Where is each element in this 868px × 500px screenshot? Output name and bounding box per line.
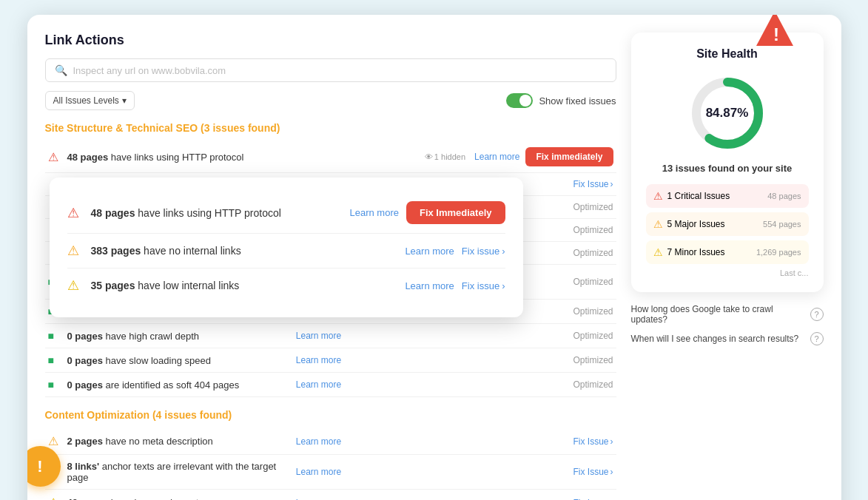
fix-issue-wc[interactable]: Fix Issue › bbox=[573, 498, 613, 501]
learn-more-soft404[interactable]: Learn more bbox=[296, 379, 341, 390]
svg-text:!: ! bbox=[773, 24, 779, 44]
optimized-soft404: Optimized bbox=[573, 379, 613, 390]
major-icon: ⚠ bbox=[653, 218, 663, 230]
issue-text-anchor: 8 links' anchor texts are irrelevant wit… bbox=[67, 461, 287, 483]
tooltip-learn-more-2[interactable]: Learn more bbox=[405, 246, 454, 257]
faq-section: How long does Google take to crawl updat… bbox=[631, 304, 824, 345]
tooltip-fix-issue-2[interactable]: Fix issue › bbox=[462, 246, 505, 257]
donut-wrapper: 84.87% bbox=[687, 72, 768, 154]
tooltip-fix-issue-3[interactable]: Fix issue › bbox=[462, 280, 505, 291]
chevron-icon-meta: › bbox=[610, 436, 613, 447]
tooltip-row-2: ⚠ 383 pages have no internal links Learn… bbox=[67, 234, 505, 268]
filter-label: All Issues Levels bbox=[53, 95, 119, 106]
optimized-orphan: Optimized bbox=[573, 306, 613, 317]
optimized-status-4: Optimized bbox=[573, 225, 613, 235]
tooltip-text-2: 383 pages have no internal links bbox=[91, 245, 395, 257]
issue-row-soft404: ■ 0 pages are identified as soft 404 pag… bbox=[45, 373, 616, 397]
optimized-status-5: Optimized bbox=[573, 248, 613, 258]
issue-row-wordcount: ⚠ 49 pages have low word count Learn mor… bbox=[45, 490, 616, 500]
content-optimization-header: Content Optimization (4 issues found) bbox=[45, 409, 616, 421]
tooltip-fix-immediately-button[interactable]: Fix Immediately bbox=[406, 201, 505, 224]
faq-item-2[interactable]: When will I see changes in search result… bbox=[631, 332, 824, 345]
toggle-group: Show fixed issues bbox=[506, 93, 616, 108]
minor-icon: ⚠ bbox=[653, 246, 663, 258]
learn-more-wc[interactable]: Learn more bbox=[296, 498, 341, 501]
tooltip-alert-red-1: ⚠ bbox=[67, 205, 84, 221]
major-issues-row: ⚠ 5 Major Issues 554 pages bbox=[646, 212, 809, 236]
alert-yellow-icon-wc: ⚠ bbox=[48, 496, 61, 500]
minor-label: ⚠ 7 Minor Issues bbox=[653, 246, 725, 258]
faq-question-2: When will I see changes in search result… bbox=[631, 334, 799, 344]
issue-text-meta: 2 pages have no meta description bbox=[67, 436, 287, 447]
tooltip-alert-yellow-3: ⚠ bbox=[67, 277, 84, 294]
issue-text-slow: 0 pages have slow loading speed bbox=[67, 355, 287, 366]
optimized-robots: Optimized bbox=[573, 277, 613, 287]
issue-row-http: ⚠ 48 pages have links using HTTP protoco… bbox=[45, 141, 616, 173]
faq-help-icon-1: ? bbox=[810, 308, 824, 321]
chevron-right-icon: › bbox=[610, 179, 613, 189]
chevron-icon-anchor: › bbox=[610, 467, 613, 477]
learn-more-http[interactable]: Learn more bbox=[474, 152, 519, 162]
faq-item-1[interactable]: How long does Google take to crawl updat… bbox=[631, 304, 824, 325]
search-placeholder: Inspect any url on www.bobvila.com bbox=[73, 65, 226, 76]
alert-red-icon: ⚠ bbox=[48, 150, 61, 164]
alert-orange-icon-meta: ⚠ bbox=[48, 434, 61, 448]
issues-filter-dropdown[interactable]: All Issues Levels ▾ bbox=[45, 91, 135, 110]
issue-text-soft404: 0 pages are identified as soft 404 pages bbox=[67, 379, 287, 391]
site-health-card: Site Health 84.87% 13 issues found on yo… bbox=[631, 33, 824, 292]
page-title: Link Actions bbox=[45, 33, 616, 48]
critical-count: 48 pages bbox=[767, 192, 801, 200]
chevron-right-tooltip-3: › bbox=[502, 280, 505, 291]
major-label: ⚠ 5 Major Issues bbox=[653, 218, 725, 230]
issue-text-wordcount: 49 pages have low word count bbox=[67, 497, 287, 500]
minor-issues-row: ⚠ 7 Minor Issues 1,269 pages bbox=[646, 240, 809, 264]
top-alert-icon: ! bbox=[753, 15, 797, 52]
check-green-icon-slow: ■ bbox=[48, 354, 61, 366]
check-green-icon-crawl: ■ bbox=[48, 330, 61, 342]
tooltip-row-3: ⚠ 35 pages have low internal links Learn… bbox=[67, 268, 505, 303]
issues-summary: 13 issues found on your site bbox=[646, 163, 809, 174]
check-green-icon-soft404: ■ bbox=[48, 379, 61, 391]
tooltip-card: ⚠ 48 pages have links using HTTP protoco… bbox=[50, 178, 523, 317]
tooltip-text-1: 48 pages have links using HTTP protocol bbox=[91, 207, 340, 219]
fix-issue-meta[interactable]: Fix Issue › bbox=[573, 436, 613, 447]
fix-issue-anchor[interactable]: Fix Issue › bbox=[573, 467, 613, 477]
chevron-down-icon: ▾ bbox=[122, 95, 127, 106]
faq-question-1: How long does Google take to crawl updat… bbox=[631, 304, 804, 325]
search-icon: 🔍 bbox=[55, 64, 67, 76]
chevron-right-tooltip-2: › bbox=[502, 246, 505, 257]
learn-more-crawl[interactable]: Learn more bbox=[296, 331, 341, 341]
chevron-icon-wc: › bbox=[610, 498, 613, 501]
toggle-label: Show fixed issues bbox=[539, 95, 616, 107]
critical-label: ⚠ 1 Critical Issues bbox=[653, 190, 730, 202]
learn-more-meta[interactable]: Learn more bbox=[296, 436, 341, 447]
fix-immediately-button[interactable]: Fix immediately bbox=[525, 147, 613, 166]
learn-more-anchor[interactable]: Learn more bbox=[296, 467, 341, 477]
hidden-badge: 👁 1 hidden bbox=[425, 152, 465, 161]
issue-row-crawl: ■ 0 pages have high crawl depth Learn mo… bbox=[45, 324, 616, 348]
learn-more-slow[interactable]: Learn more bbox=[296, 355, 341, 365]
last-crawl: Last c... bbox=[646, 268, 809, 277]
eye-icon: 👁 bbox=[425, 152, 433, 161]
tooltip-learn-more-3[interactable]: Learn more bbox=[405, 280, 454, 291]
optimized-crawl: Optimized bbox=[573, 331, 613, 341]
issue-text-crawl: 0 pages have high crawl depth bbox=[67, 331, 287, 342]
show-fixed-toggle[interactable] bbox=[506, 93, 533, 108]
tooltip-alert-orange-2: ⚠ bbox=[67, 243, 84, 259]
optimized-status-3: Optimized bbox=[573, 202, 613, 212]
main-container: ! ! Link Actions 🔍 Inspect any url on ww… bbox=[27, 15, 841, 500]
optimized-slow: Optimized bbox=[573, 355, 613, 365]
minor-count: 1,269 pages bbox=[756, 248, 801, 257]
right-panel: Site Health 84.87% 13 issues found on yo… bbox=[631, 33, 824, 500]
site-structure-header: Site Structure & Technical SEO (3 issues… bbox=[45, 122, 616, 134]
search-bar[interactable]: 🔍 Inspect any url on www.bobvila.com bbox=[45, 58, 616, 82]
tooltip-learn-more-1[interactable]: Learn more bbox=[349, 207, 398, 218]
critical-issues-row: ⚠ 1 Critical Issues 48 pages bbox=[646, 184, 809, 208]
issue-text-http: 48 pages have links using HTTP protocol bbox=[67, 152, 419, 163]
fix-issue-link-2[interactable]: Fix Issue › bbox=[573, 179, 613, 189]
warning-icon: ! bbox=[37, 457, 42, 476]
donut-container: 84.87% bbox=[646, 72, 809, 154]
faq-help-icon-2: ? bbox=[810, 332, 824, 345]
toolbar: All Issues Levels ▾ Show fixed issues bbox=[45, 91, 616, 110]
tooltip-row-1: ⚠ 48 pages have links using HTTP protoco… bbox=[67, 192, 505, 234]
